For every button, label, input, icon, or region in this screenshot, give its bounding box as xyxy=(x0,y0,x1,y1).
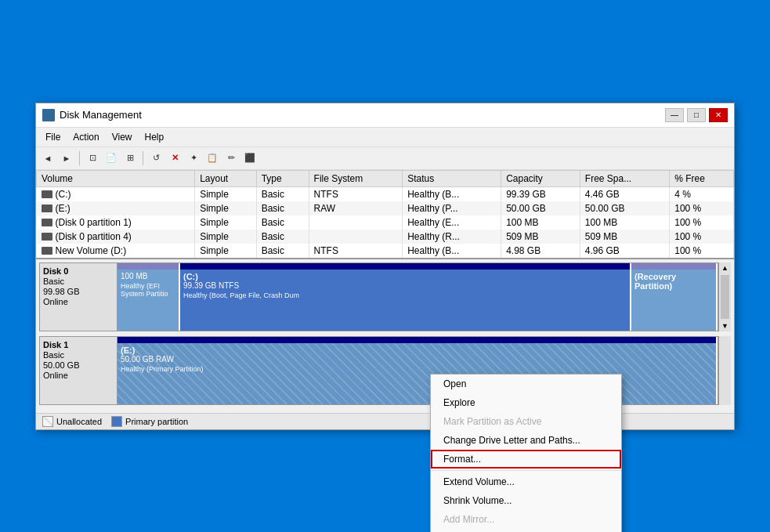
disk-1-row: Disk 1 Basic 50.00 GB Online (E:) 50.00 … xyxy=(39,336,731,405)
context-menu-item-add-mirror---: Add Mirror... xyxy=(431,510,621,529)
col-volume: Volume xyxy=(37,170,195,186)
context-menu-item-delete-volume---[interactable]: Delete Volume... xyxy=(431,529,621,533)
disk-1-info: Disk 1 Basic 50.00 GB Online xyxy=(39,336,117,405)
context-menu-separator xyxy=(431,470,621,471)
volume-table-container: Volume Layout Type File System Status Ca… xyxy=(36,170,734,259)
disk-0-status: Online xyxy=(43,297,114,306)
context-menu-item-mark-partition-as-active: Mark Partition as Active xyxy=(431,412,621,431)
col-type: Type xyxy=(256,170,309,186)
status-bar: Unallocated Primary partition xyxy=(36,413,734,429)
table-row[interactable]: (E:)SimpleBasicRAWHealthy (P...50.00 GB5… xyxy=(37,201,734,215)
disk-1-part-e-desc: Healthy (Primary Partition) xyxy=(121,365,713,373)
disk-1-status: Online xyxy=(43,371,114,380)
disk-1-name: Disk 1 xyxy=(43,340,114,349)
table-row[interactable]: (Disk 0 partition 4)SimpleBasicHealthy (… xyxy=(37,230,734,244)
maximize-button[interactable]: □ xyxy=(687,108,706,122)
primary-label: Primary partition xyxy=(125,417,188,426)
toolbar-btn2[interactable]: 📄 xyxy=(103,150,120,167)
disk-0-part-recovery[interactable]: (Recovery Partition) xyxy=(631,263,718,331)
disk-0-size: 99.98 GB xyxy=(43,287,114,296)
disk-0-part-efi-size: 100 MB xyxy=(121,272,175,280)
disk-1-part-e-size: 50.00 GB RAW xyxy=(121,355,713,364)
window-title: Disk Management xyxy=(60,109,142,121)
disk-0-part-c[interactable]: (C:) 99.39 GB NTFS Healthy (Boot, Page F… xyxy=(180,263,631,331)
toolbar: ◄ ► ⊡ 📄 ⊞ ↺ ✕ ✦ 📋 ✏ ⬛ xyxy=(36,147,734,170)
disk-1-part-e[interactable]: (E:) 50.00 GB RAW Healthy (Primary Parti… xyxy=(117,337,718,404)
disk-0-part-c-label: (C:) xyxy=(183,272,627,281)
context-menu-item-change-drive-letter-and-paths---[interactable]: Change Drive Letter and Paths... xyxy=(431,431,621,450)
scrollbar-up[interactable]: ▲ ▼ xyxy=(718,262,731,331)
col-filesystem: File System xyxy=(309,170,403,186)
disk-0-part-c-desc: Healthy (Boot, Page File, Crash Dum xyxy=(183,291,627,299)
table-row[interactable]: (C:)SimpleBasicNTFSHealthy (B...99.39 GB… xyxy=(37,186,734,201)
minimize-button[interactable]: — xyxy=(665,108,684,122)
disk-area: Disk 0 Basic 99.98 GB Online 100 MB Heal… xyxy=(36,259,734,413)
toolbar-btn3[interactable]: ⊞ xyxy=(121,150,139,167)
menu-help[interactable]: Help xyxy=(139,129,171,145)
disk-0-name: Disk 0 xyxy=(43,266,114,276)
toolbar-btn7[interactable]: ⬛ xyxy=(241,150,258,167)
title-bar: Disk Management — □ ✕ xyxy=(36,103,734,128)
drive-icon xyxy=(42,247,52,255)
disk-0-part-efi-desc: Healthy (EFI System Partitio xyxy=(121,282,175,298)
drive-icon xyxy=(42,204,52,212)
disk-1-size: 50.00 GB xyxy=(43,360,114,370)
context-menu-item-explore[interactable]: Explore xyxy=(431,393,621,412)
drive-icon xyxy=(42,190,52,198)
disk-0-row: Disk 0 Basic 99.98 GB Online 100 MB Heal… xyxy=(39,262,731,331)
context-menu-item-open[interactable]: Open xyxy=(431,375,621,393)
disk-0-info: Disk 0 Basic 99.98 GB Online xyxy=(39,262,117,331)
menu-view[interactable]: View xyxy=(106,129,139,145)
col-capacity: Capacity xyxy=(501,170,580,186)
col-layout: Layout xyxy=(195,170,257,186)
disk-0-part-c-size: 99.39 GB NTFS xyxy=(183,281,627,290)
col-status: Status xyxy=(403,170,501,186)
volume-table: Volume Layout Type File System Status Ca… xyxy=(36,170,734,258)
legend-unallocated: Unallocated xyxy=(42,416,102,427)
toolbar-refresh[interactable]: ↺ xyxy=(147,150,164,167)
drive-icon xyxy=(42,233,52,241)
disk-0-part-efi[interactable]: 100 MB Healthy (EFI System Partitio xyxy=(117,263,180,331)
toolbar-btn4[interactable]: ✦ xyxy=(185,150,202,167)
toolbar-btn6[interactable]: ✏ xyxy=(222,150,240,167)
menu-file[interactable]: File xyxy=(39,129,67,145)
toolbar-back[interactable]: ◄ xyxy=(39,150,56,167)
unalloc-icon xyxy=(42,416,53,427)
window-controls: — □ ✕ xyxy=(665,108,728,122)
toolbar-forward[interactable]: ► xyxy=(58,150,75,167)
drive-icon xyxy=(42,219,52,226)
menu-action[interactable]: Action xyxy=(67,129,105,145)
disk-management-window: Disk Management — □ ✕ File Action View H… xyxy=(35,103,735,430)
context-menu-item-format---[interactable]: Format... xyxy=(431,450,621,469)
scrollbar-track xyxy=(718,336,731,405)
primary-icon xyxy=(111,416,122,427)
disk-0-type: Basic xyxy=(43,277,114,286)
context-menu: OpenExploreMark Partition as ActiveChang… xyxy=(430,374,622,533)
table-row[interactable]: New Volume (D:)SimpleBasicNTFSHealthy (B… xyxy=(37,244,734,258)
col-free: Free Spa... xyxy=(580,170,669,186)
close-button[interactable]: ✕ xyxy=(709,108,728,122)
disk-view: Disk 0 Basic 99.98 GB Online 100 MB Heal… xyxy=(36,259,734,413)
context-menu-item-extend-volume---[interactable]: Extend Volume... xyxy=(431,472,621,491)
disk-0-part-recovery-label: (Recovery Partition) xyxy=(634,272,713,291)
disk-0-partitions: 100 MB Healthy (EFI System Partitio (C:)… xyxy=(117,262,718,331)
col-pct: % Free xyxy=(670,170,734,186)
disk-1-part-e-label: (E:) xyxy=(121,346,713,355)
context-menu-item-shrink-volume---[interactable]: Shrink Volume... xyxy=(431,491,621,510)
toolbar-cancel[interactable]: ✕ xyxy=(166,150,183,167)
menu-bar: File Action View Help xyxy=(36,128,734,147)
legend-primary: Primary partition xyxy=(111,416,188,427)
app-icon xyxy=(42,109,55,121)
disk-1-type: Basic xyxy=(43,350,114,360)
toolbar-btn5[interactable]: 📋 xyxy=(204,150,221,167)
unalloc-label: Unallocated xyxy=(56,417,102,426)
toolbar-btn1[interactable]: ⊡ xyxy=(84,150,101,167)
table-row[interactable]: (Disk 0 partition 1)SimpleBasicHealthy (… xyxy=(37,215,734,230)
disk-1-partitions: (E:) 50.00 GB RAW Healthy (Primary Parti… xyxy=(117,336,718,405)
